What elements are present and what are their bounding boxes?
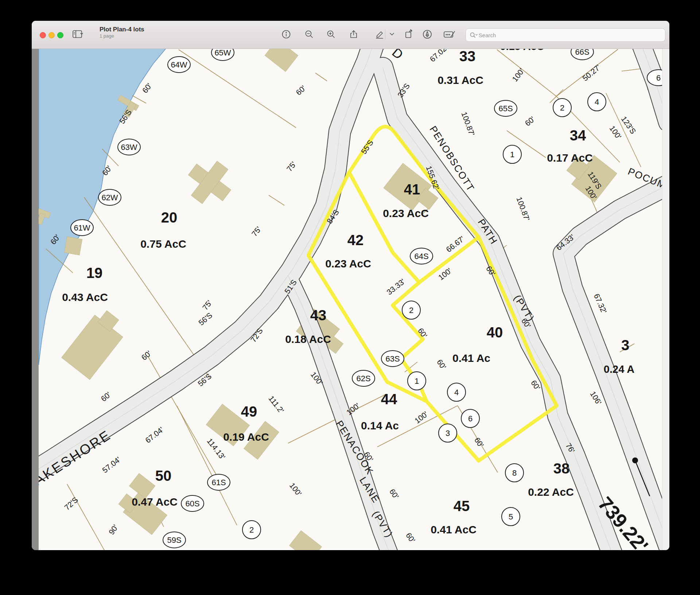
well-marker-label: 64S	[414, 252, 428, 261]
lot-acreage-label: 0.41 Ac	[452, 352, 490, 364]
site-marker-label: 1	[510, 150, 514, 159]
well-marker-label: 65S	[498, 104, 513, 113]
partial-lot-label: 0.24 A	[604, 363, 634, 375]
rotate-icon	[404, 29, 414, 39]
lot-acreage-label: 0.23 AcC	[325, 258, 371, 270]
search-field[interactable]	[466, 28, 665, 42]
site-marker-label: 4	[454, 388, 459, 397]
lot-acreage-label: 0.75 AcC	[140, 238, 186, 250]
well-marker-label: 6	[656, 73, 661, 82]
lot-number-label: 20	[161, 209, 178, 225]
lot-acreage-label: 0.14 Ac	[361, 420, 399, 432]
partial-lot-label: 0.15 AcC	[500, 49, 544, 52]
fill-sign-button[interactable]	[441, 26, 457, 42]
sidebar-toggle-button[interactable]	[70, 26, 86, 42]
well-marker-label: 63W	[121, 143, 137, 152]
preview-window: Plot Plan-4 lots 1 page	[32, 21, 669, 550]
content-gutter	[32, 49, 39, 550]
lot-acreage-label: 0.41 AcC	[431, 523, 477, 536]
close-button[interactable]	[40, 32, 46, 38]
lot-number-label: 42	[347, 232, 364, 248]
markup-chevron-button[interactable]	[384, 26, 400, 42]
vertical-scrollbar[interactable]	[662, 49, 669, 550]
zoom-in-button[interactable]	[323, 26, 339, 42]
zoom-in-icon	[326, 30, 336, 39]
search-icon	[470, 32, 478, 38]
page-count: 1 page	[100, 33, 144, 39]
lot-number-label: 50	[155, 468, 172, 484]
lot-acreage-label: 0.23 AcC	[383, 207, 429, 219]
site-marker-label: 4	[595, 97, 599, 107]
lot-number-label: 38	[553, 460, 570, 476]
lot-number-label: 43	[310, 307, 327, 323]
well-marker-label: 61S	[211, 478, 226, 487]
site-marker-label: 5	[509, 512, 513, 521]
lot-acreage-label: 0.31 AcC	[438, 74, 483, 86]
lot-acreage-label: 0.43 AcC	[62, 291, 108, 303]
document-title: Plot Plan-4 lots	[100, 26, 144, 33]
lot-acreage-label: 0.18 AcC	[285, 333, 331, 345]
info-icon	[281, 30, 291, 39]
annotate-button[interactable]	[419, 26, 435, 42]
well-marker-label: 66S	[575, 49, 589, 57]
partial-lot-label: 3	[621, 337, 629, 353]
site-marker-label: 2	[560, 103, 564, 112]
building	[64, 237, 82, 255]
lot-acreage-label: 0.47 AcC	[132, 496, 178, 508]
lot-number-label: 41	[404, 181, 420, 197]
zoom-out-button[interactable]	[301, 26, 317, 42]
lot-number-label: 34	[570, 127, 586, 143]
lot-number-label: 40	[487, 324, 503, 340]
share-button[interactable]	[346, 26, 362, 42]
lot-number-label: 49	[241, 403, 257, 420]
lot-acreage-label: 0.17 AcC	[547, 152, 593, 164]
share-icon	[349, 30, 358, 39]
markup-pencil-icon	[374, 30, 384, 39]
site-marker-label: 2	[249, 525, 254, 534]
plot-plan-drawing: LAKESHOREPENACOOKLANE(PVT)PENOBSCOTTPATH…	[39, 49, 662, 550]
zoom-out-icon	[304, 30, 314, 39]
pin-marker	[632, 457, 638, 463]
lot-number-label: 45	[454, 498, 470, 514]
info-button[interactable]	[278, 26, 294, 42]
lot-number-label: 33	[459, 49, 476, 64]
rotate-button[interactable]	[401, 26, 417, 42]
site-marker-label: 8	[512, 468, 517, 478]
search-input[interactable]	[478, 32, 661, 39]
document-title-block: Plot Plan-4 lots 1 page	[100, 26, 144, 39]
minimize-button[interactable]	[48, 32, 55, 38]
well-marker-label: 63S	[385, 354, 400, 363]
window-content: LAKESHOREPENACOOKLANE(PVT)PENOBSCOTTPATH…	[32, 49, 669, 550]
lot-number-label: 19	[86, 265, 103, 281]
lot-number-label: 44	[381, 391, 397, 407]
well-marker-label: 64W	[171, 60, 187, 69]
well-marker-label: 65W	[214, 49, 231, 57]
pen-tip-icon	[422, 29, 432, 39]
zoom-window-button[interactable]	[57, 32, 63, 38]
title-bar: Plot Plan-4 lots 1 page	[32, 21, 669, 49]
screen-background: Plot Plan-4 lots 1 page	[0, 0, 700, 595]
well-marker-label: 59S	[167, 536, 181, 545]
well-marker-label: 62S	[356, 374, 370, 383]
pdf-page[interactable]: LAKESHOREPENACOOKLANE(PVT)PENOBSCOTTPATH…	[39, 49, 662, 550]
fill-sign-icon	[443, 30, 455, 39]
well-marker-label: 61W	[74, 223, 90, 232]
sidebar-icon	[72, 30, 83, 39]
lot-acreage-label: 0.22 AcC	[528, 486, 574, 498]
well-marker-label: 60S	[185, 499, 199, 508]
site-marker-label: 1	[415, 376, 419, 386]
site-marker-label: 6	[468, 414, 472, 423]
well-marker-label: 62W	[101, 193, 118, 202]
lot-acreage-label: 0.19 AcC	[223, 431, 269, 443]
site-marker-label: 2	[409, 306, 413, 315]
chevron-down-icon	[389, 32, 395, 36]
site-marker-label: 3	[446, 429, 450, 438]
